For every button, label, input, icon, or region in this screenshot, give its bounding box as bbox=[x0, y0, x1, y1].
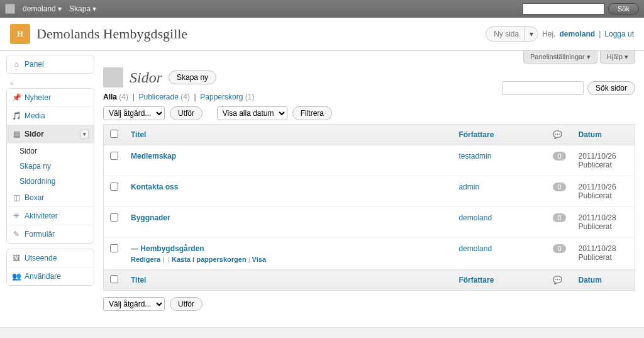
submenu-sidordning[interactable]: Sidordning bbox=[7, 174, 94, 189]
bulk-apply-button[interactable]: Utför bbox=[170, 106, 203, 120]
row-status: Publicerat bbox=[579, 222, 612, 231]
action-redigera[interactable]: Redigera bbox=[131, 256, 160, 263]
row-title-link[interactable]: Kontakta oss bbox=[131, 183, 178, 191]
site-title: Demolands Hembygdsgille bbox=[36, 26, 187, 42]
bulk-action-select[interactable]: Välj åtgärd... bbox=[103, 106, 165, 120]
greeting-text: Hej, bbox=[542, 30, 555, 38]
skapa-ny-button[interactable]: Skapa ny bbox=[169, 70, 216, 84]
row-checkbox[interactable] bbox=[110, 152, 118, 160]
footer: Tack för att du använder WordPress | Sve… bbox=[0, 327, 644, 338]
submenu-skapa-ny[interactable]: Skapa ny bbox=[7, 159, 94, 174]
dashboard-icon: ⌂ bbox=[12, 60, 21, 69]
col-title[interactable]: Titel bbox=[125, 125, 452, 145]
row-actions: Redigera | | Kasta i papperskorgen | Vis… bbox=[131, 256, 446, 263]
action-visa[interactable]: Visa bbox=[252, 256, 266, 263]
col-author[interactable]: Författare bbox=[452, 125, 547, 145]
site-logo-icon: H bbox=[10, 24, 30, 44]
col-date[interactable]: Datum bbox=[572, 125, 635, 145]
comment-count-badge[interactable]: 0 bbox=[553, 213, 565, 222]
pages-table: Titel Författare 💬 Datum Medlemskap test… bbox=[103, 124, 635, 291]
menu-aktiviteter[interactable]: ✳Aktiviteter bbox=[7, 207, 94, 225]
menu-panel[interactable]: ⌂Panel bbox=[7, 55, 94, 73]
bulk-action-select-bottom[interactable]: Välj åtgärd... bbox=[103, 297, 165, 311]
user-menu[interactable]: demoland ▾ bbox=[23, 4, 62, 13]
row-checkbox[interactable] bbox=[110, 183, 118, 191]
users-icon: 👥 bbox=[12, 272, 21, 281]
row-checkbox[interactable] bbox=[110, 213, 118, 222]
comments-icon[interactable]: 💬 bbox=[553, 276, 562, 284]
form-icon: ✎ bbox=[12, 230, 21, 239]
row-author-link[interactable]: demoland bbox=[458, 213, 492, 222]
filter-publicerade[interactable]: Publicerade bbox=[138, 93, 178, 101]
comment-count-badge[interactable]: 0 bbox=[553, 183, 565, 191]
adminbar-search-button[interactable]: Sök bbox=[608, 3, 639, 14]
menu-anvandare[interactable]: 👥Användare bbox=[7, 268, 94, 285]
date-filter-select[interactable]: Visa alla datum bbox=[217, 106, 287, 120]
row-date: 2011/10/26 bbox=[579, 183, 616, 191]
screen-options-tab[interactable]: Panelinställningar ▾ bbox=[523, 51, 597, 64]
row-date: 2011/10/28 bbox=[579, 244, 616, 253]
menu-sidor[interactable]: ▤Sidor▾ bbox=[7, 125, 94, 144]
avatar-icon[interactable] bbox=[5, 4, 15, 14]
menu-nyheter[interactable]: 📌Nyheter bbox=[7, 89, 94, 107]
menu-boxar[interactable]: ◫Boxar bbox=[7, 189, 94, 207]
new-page-dropdown[interactable]: Ny sida ▾ bbox=[486, 26, 538, 42]
row-title-link[interactable]: — Hembygdsgården bbox=[131, 244, 204, 253]
admin-bar: demoland ▾ Skapa ▾ Sök bbox=[0, 0, 644, 18]
row-date: 2011/10/28 bbox=[579, 213, 616, 222]
row-status: Publicerat bbox=[579, 253, 612, 262]
filter-button[interactable]: Filtrera bbox=[292, 106, 332, 120]
menu-media[interactable]: 🎵Media bbox=[7, 107, 94, 125]
table-row: — Hembygdsgården Redigera | | Kasta i pa… bbox=[104, 238, 635, 270]
row-author-link[interactable]: demoland bbox=[458, 244, 492, 253]
pin-icon: 📌 bbox=[12, 93, 21, 102]
filter-papperskorg[interactable]: Papperskorg bbox=[200, 93, 243, 101]
bulk-apply-button-bottom[interactable]: Utför bbox=[170, 297, 203, 311]
table-row: Kontakta oss admin 0 2011/10/26Publicera… bbox=[104, 176, 635, 207]
menu-formular[interactable]: ✎Formulär bbox=[7, 225, 94, 243]
col-title-bottom[interactable]: Titel bbox=[125, 270, 452, 291]
media-icon: 🎵 bbox=[12, 111, 21, 120]
select-all-checkbox[interactable] bbox=[110, 130, 118, 138]
chevron-down-icon[interactable]: ▾ bbox=[524, 27, 538, 41]
comment-count-badge[interactable]: 0 bbox=[553, 244, 565, 253]
page-search-button[interactable]: Sök sidor bbox=[587, 81, 635, 95]
menu-utseende[interactable]: 🖼Utseende bbox=[7, 249, 94, 268]
comments-icon[interactable]: 💬 bbox=[553, 130, 562, 139]
box-icon: ◫ bbox=[12, 193, 21, 202]
col-date-bottom[interactable]: Datum bbox=[572, 270, 635, 291]
main-content: Panelinställningar ▾ Hjälp ▾ Sidor Skapa… bbox=[94, 51, 644, 327]
row-status: Publicerat bbox=[579, 191, 612, 200]
logout-link[interactable]: Logga ut bbox=[604, 30, 634, 38]
skapa-menu[interactable]: Skapa ▾ bbox=[69, 4, 96, 13]
filter-alla[interactable]: Alla bbox=[103, 93, 117, 101]
col-author-bottom[interactable]: Författare bbox=[452, 270, 547, 291]
comment-count-badge[interactable]: 0 bbox=[553, 152, 565, 161]
page-icon: ▤ bbox=[12, 130, 21, 138]
row-checkbox[interactable] bbox=[110, 244, 118, 252]
row-title-link[interactable]: Byggnader bbox=[131, 213, 170, 222]
activity-icon: ✳ bbox=[12, 211, 21, 220]
select-all-checkbox-bottom[interactable] bbox=[110, 275, 118, 283]
adminbar-search-input[interactable] bbox=[523, 3, 604, 14]
row-date: 2011/10/26 bbox=[579, 152, 616, 161]
help-tab[interactable]: Hjälp ▾ bbox=[600, 51, 635, 64]
row-title-link[interactable]: Medlemskap bbox=[131, 152, 176, 161]
table-row: Medlemskap testadmin 0 2011/10/26Publice… bbox=[104, 145, 635, 176]
action-trash[interactable]: Kasta i papperskorgen bbox=[172, 256, 247, 263]
row-status: Publicerat bbox=[579, 161, 612, 169]
site-header: H Demolands Hembygdsgille Ny sida ▾ Hej,… bbox=[0, 18, 644, 51]
row-author-link[interactable]: admin bbox=[458, 183, 479, 191]
table-row: Byggnader demoland 0 2011/10/28Publicera… bbox=[104, 207, 635, 238]
row-author-link[interactable]: testadmin bbox=[458, 152, 491, 161]
pages-heading-icon bbox=[103, 67, 123, 87]
admin-sidebar: ⌂Panel « 📌Nyheter 🎵Media ▤Sidor▾ Sidor S… bbox=[0, 51, 94, 327]
profile-link[interactable]: demoland bbox=[559, 30, 595, 38]
page-search-input[interactable] bbox=[502, 81, 584, 95]
collapse-icon[interactable]: « bbox=[6, 79, 94, 88]
page-title: Sidor bbox=[130, 69, 162, 86]
submenu-sidor[interactable]: Sidor bbox=[7, 144, 94, 159]
chevron-down-icon[interactable]: ▾ bbox=[80, 130, 89, 138]
appearance-icon: 🖼 bbox=[12, 254, 21, 262]
